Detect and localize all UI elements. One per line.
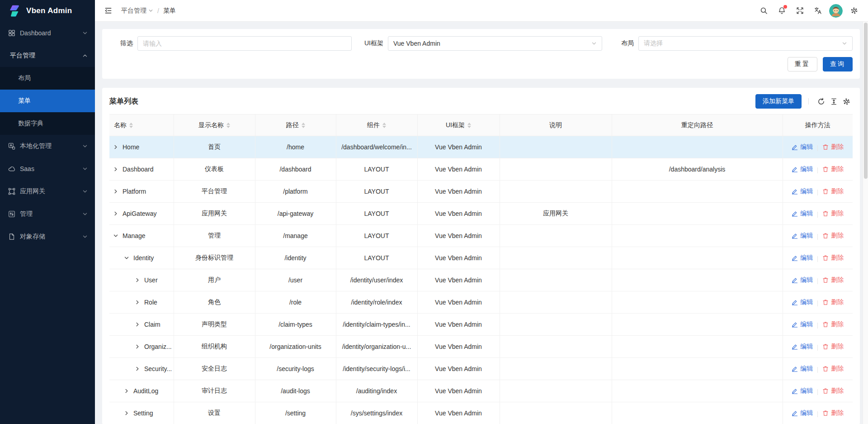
search-button[interactable]: 查询 xyxy=(823,57,853,71)
description-cell xyxy=(500,136,612,158)
sidebar-item-localization[interactable]: 本地化管理 xyxy=(0,135,95,157)
layout-select[interactable]: 请选择 xyxy=(638,36,853,51)
action-separator xyxy=(817,167,818,173)
delete-button[interactable]: 删除 xyxy=(822,409,844,417)
chevron-down-icon[interactable] xyxy=(113,233,118,238)
component-cell: /dashboard/welcome/in... xyxy=(336,136,417,158)
delete-button[interactable]: 删除 xyxy=(822,276,844,284)
delete-button[interactable]: 删除 xyxy=(822,187,844,195)
delete-button[interactable]: 删除 xyxy=(822,387,844,395)
column-header-3[interactable]: 组件 xyxy=(336,114,417,136)
sidebar-item-layout[interactable]: 布局 xyxy=(0,67,95,90)
path-cell: /dashboard xyxy=(255,158,336,181)
reset-button[interactable]: 重置 xyxy=(788,57,817,71)
menu-name-cell: User xyxy=(109,269,174,291)
sidebar-item-menu[interactable]: 菜单 xyxy=(0,90,95,112)
topbar-avatar-button[interactable] xyxy=(828,3,844,19)
framework-cell: Vue Vben Admin xyxy=(417,158,500,181)
chevron-right-icon[interactable] xyxy=(135,344,140,349)
delete-button[interactable]: 删除 xyxy=(822,232,844,240)
notification-badge xyxy=(783,5,787,9)
sidebar-item-manage[interactable]: 管理 xyxy=(0,203,95,225)
topbar-settings-button[interactable] xyxy=(846,3,862,19)
chevron-down-icon[interactable] xyxy=(124,255,129,261)
redirect-cell xyxy=(612,181,783,203)
column-header-2[interactable]: 路径 xyxy=(255,114,336,136)
edit-button[interactable]: 编辑 xyxy=(792,276,813,284)
sort-carets-icon[interactable] xyxy=(467,123,471,128)
chevron-right-icon[interactable] xyxy=(113,189,118,194)
topbar-fullscreen-button[interactable] xyxy=(792,3,807,19)
column-label: 名称 xyxy=(114,121,127,129)
topbar-search-button[interactable] xyxy=(756,3,771,19)
edit-button[interactable]: 编辑 xyxy=(792,143,813,151)
column-header-0[interactable]: 名称 xyxy=(109,114,174,136)
sort-carets-icon[interactable] xyxy=(129,123,133,128)
delete-button[interactable]: 删除 xyxy=(822,320,844,329)
topbar-notifications-button[interactable] xyxy=(774,3,789,19)
delete-button[interactable]: 删除 xyxy=(822,254,844,262)
delete-button[interactable]: 删除 xyxy=(822,343,844,351)
edit-button[interactable]: 编辑 xyxy=(792,165,813,173)
edit-button[interactable]: 编辑 xyxy=(792,387,813,395)
refresh-button[interactable] xyxy=(815,95,827,108)
column-header-1[interactable]: 显示名称 xyxy=(174,114,255,136)
delete-button[interactable]: 删除 xyxy=(822,365,844,373)
edit-button[interactable]: 编辑 xyxy=(792,320,813,329)
sidebar-item-platform[interactable]: 平台管理 xyxy=(0,44,95,67)
framework-cell: Vue Vben Admin xyxy=(417,380,500,402)
delete-button[interactable]: 删除 xyxy=(822,165,844,173)
sidebar-item-object-storage[interactable]: 对象存储 xyxy=(0,225,95,248)
add-menu-button[interactable]: 添加新菜单 xyxy=(755,94,802,109)
table-settings-button[interactable] xyxy=(840,95,853,108)
menu-name-cell: ApiGateway xyxy=(109,203,174,225)
sort-carets-icon[interactable] xyxy=(226,123,230,128)
redirect-cell xyxy=(612,380,783,402)
menu-name-wrap: AuditLog xyxy=(109,387,174,395)
menu-name-wrap: Dashboard xyxy=(109,166,174,173)
edit-button[interactable]: 编辑 xyxy=(792,210,813,218)
chevron-right-icon[interactable] xyxy=(113,167,118,172)
delete-button[interactable]: 删除 xyxy=(822,210,844,218)
edit-button[interactable]: 编辑 xyxy=(792,298,813,306)
column-header-4[interactable]: UI框架 xyxy=(417,114,500,136)
chevron-right-icon[interactable] xyxy=(135,322,140,327)
scrollbar-thumb[interactable] xyxy=(864,23,868,179)
breadcrumb-parent[interactable]: 平台管理 xyxy=(121,7,153,15)
edit-button[interactable]: 编辑 xyxy=(792,254,813,262)
keyword-input[interactable] xyxy=(137,36,352,51)
sort-carets-icon[interactable] xyxy=(302,123,305,128)
row-height-button[interactable] xyxy=(827,95,840,108)
sidebar-item-data-dictionary[interactable]: 数据字典 xyxy=(0,112,95,135)
action-separator xyxy=(817,367,818,373)
vertical-scrollbar[interactable] xyxy=(863,22,868,424)
display-name-cell: 平台管理 xyxy=(174,181,255,203)
topbar-language-button[interactable] xyxy=(810,3,826,19)
delete-button[interactable]: 删除 xyxy=(822,298,844,306)
edit-button[interactable]: 编辑 xyxy=(792,187,813,195)
menu-fold-button[interactable] xyxy=(102,5,114,17)
chevron-right-icon[interactable] xyxy=(113,211,118,216)
component-cell: /identity/claim-types/in... xyxy=(336,314,417,336)
app-logo[interactable]: Vben Admin xyxy=(0,0,95,22)
edit-button[interactable]: 编辑 xyxy=(792,409,813,417)
delete-label: 删除 xyxy=(831,143,844,151)
sidebar-item-dashboard[interactable]: Dashboard xyxy=(0,22,95,44)
sidebar-item-saas[interactable]: Saas xyxy=(0,157,95,180)
caret-down-icon xyxy=(382,126,386,128)
edit-button[interactable]: 编辑 xyxy=(792,365,813,373)
action-separator xyxy=(817,300,818,306)
delete-button[interactable]: 删除 xyxy=(822,143,844,151)
chevron-right-icon[interactable] xyxy=(113,144,118,150)
framework-select[interactable]: Vue Vben Admin xyxy=(388,36,602,51)
edit-button[interactable]: 编辑 xyxy=(792,343,813,351)
chevron-right-icon[interactable] xyxy=(135,277,140,283)
chevron-right-icon[interactable] xyxy=(124,410,129,416)
sidebar-item-api-gateway[interactable]: 应用网关 xyxy=(0,180,95,203)
sort-carets-icon[interactable] xyxy=(382,123,386,128)
chevron-right-icon[interactable] xyxy=(124,388,129,394)
edit-button[interactable]: 编辑 xyxy=(792,232,813,240)
actions-cell: 编辑删除 xyxy=(783,181,853,203)
chevron-right-icon[interactable] xyxy=(135,300,140,305)
chevron-right-icon[interactable] xyxy=(135,366,140,372)
